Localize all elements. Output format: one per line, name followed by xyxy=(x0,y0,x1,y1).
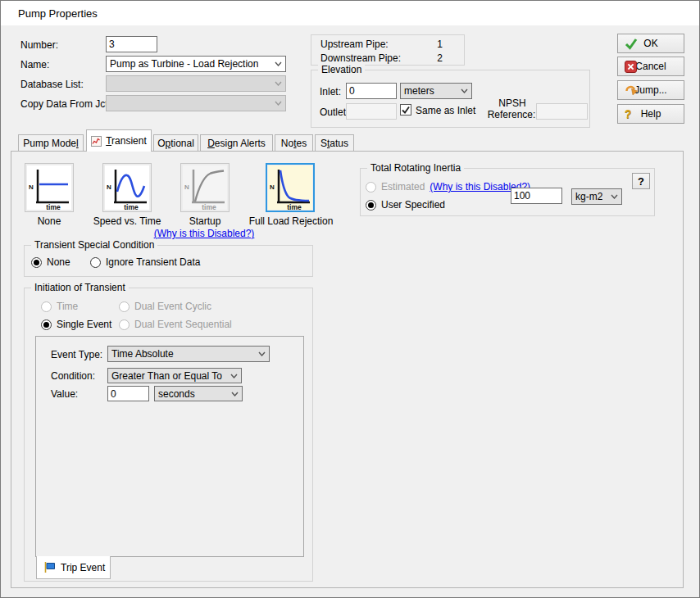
flag-icon xyxy=(43,561,56,573)
radio-icon xyxy=(366,182,376,193)
radio-selected-icon xyxy=(31,257,42,268)
downstream-pipe-value: 2 xyxy=(418,52,443,64)
transient-startup-label: Startup xyxy=(164,215,246,227)
cancel-button[interactable]: Cancel xyxy=(617,57,684,76)
title-bar: Pump Properties xyxy=(1,1,699,25)
inertia-value-input[interactable] xyxy=(511,188,562,204)
help-button[interactable]: ? Help xyxy=(617,104,684,124)
inlet-label: Inlet: xyxy=(320,86,341,97)
chevron-down-icon xyxy=(275,81,282,86)
name-combobox[interactable]: Pump as Turbine - Load Rejection xyxy=(106,56,286,72)
transient-special-condition-group: Transient Special Condition None Ignore … xyxy=(24,245,313,277)
total-rotating-inertia-group: Total Rotating Inertia Estimated (Why is… xyxy=(360,168,655,216)
tab-optional[interactable]: Optional xyxy=(153,134,198,151)
copy-data-combobox xyxy=(106,95,286,111)
same-as-inlet-label: Same as Inlet xyxy=(416,105,475,116)
npsh-label-line1: NPSH xyxy=(493,97,531,109)
chevron-down-icon xyxy=(611,194,618,199)
event-value-unit-combobox[interactable]: seconds xyxy=(154,386,243,401)
database-list-label: Database List: xyxy=(20,79,84,90)
checkmark-icon xyxy=(401,105,411,115)
transient-none-button[interactable]: N time xyxy=(25,163,74,212)
trip-event-tab[interactable]: Trip Event xyxy=(36,556,111,579)
radio-special-none[interactable]: None xyxy=(31,256,70,268)
inertia-help-button[interactable]: ? xyxy=(632,173,650,189)
elevation-group: Elevation Inlet: meters Outlet: Same as … xyxy=(311,70,590,128)
svg-text:N: N xyxy=(107,183,111,191)
speed-vs-time-curve-icon: N time xyxy=(105,165,149,210)
chevron-down-icon xyxy=(258,351,266,356)
condition-combobox[interactable]: Greater Than or Equal To xyxy=(107,368,242,383)
ok-button[interactable]: OK xyxy=(617,34,684,53)
upstream-pipe-label: Upstream Pipe: xyxy=(320,39,389,50)
cancel-x-icon xyxy=(625,61,637,73)
value-label: Value: xyxy=(51,388,78,400)
radio-icon xyxy=(119,319,130,330)
upstream-pipe-value: 1 xyxy=(418,39,443,50)
full-load-rejection-curve-icon: N time xyxy=(268,165,312,210)
radio-icon xyxy=(41,301,52,312)
event-value-input[interactable] xyxy=(107,386,149,401)
downstream-pipe-label: Downstream Pipe: xyxy=(320,52,401,64)
outlet-label: Outlet: xyxy=(320,106,348,118)
pipe-info-box: Upstream Pipe: 1 Downstream Pipe: 2 xyxy=(311,34,465,66)
special-condition-group-title: Transient Special Condition xyxy=(31,239,157,251)
inlet-unit-combobox[interactable]: meters xyxy=(400,83,472,99)
radio-icon xyxy=(119,301,130,312)
database-list-combobox xyxy=(106,75,286,92)
startup-disabled-link[interactable]: (Why is this Disabled?) xyxy=(143,228,266,239)
tab-notes[interactable]: Notes xyxy=(275,134,313,151)
event-type-label: Event Type: xyxy=(51,349,102,360)
radio-time: Time xyxy=(41,301,78,312)
same-as-inlet-checkbox[interactable] xyxy=(400,104,411,116)
name-label: Name: xyxy=(20,59,49,70)
transient-full-load-rejection-button[interactable]: N time xyxy=(266,163,315,212)
svg-text:N: N xyxy=(270,183,275,191)
inertia-group-title: Total Rotating Inertia xyxy=(367,162,464,174)
chart-line-icon xyxy=(91,136,102,147)
tab-pump-model[interactable]: Pump Model xyxy=(18,134,84,151)
svg-text:N: N xyxy=(184,183,189,191)
radio-single-event[interactable]: Single Event xyxy=(41,319,111,330)
outlet-elevation-input xyxy=(346,103,397,120)
npsh-reference-input xyxy=(536,103,588,120)
chevron-down-icon xyxy=(461,88,468,93)
inlet-elevation-input[interactable] xyxy=(346,83,397,99)
event-type-combobox[interactable]: Time Absolute xyxy=(107,346,270,362)
chevron-down-icon xyxy=(275,101,282,106)
chevron-down-icon xyxy=(275,61,282,66)
radio-estimated: Estimated (Why is this Disabled?) xyxy=(366,181,530,193)
chevron-down-icon xyxy=(230,374,238,378)
svg-text:time: time xyxy=(287,203,302,211)
inertia-unit-combobox[interactable]: kg-m2 xyxy=(571,188,622,205)
svg-text:time: time xyxy=(46,203,61,211)
transient-speed-label: Speed vs. Time xyxy=(86,215,168,227)
transient-speed-vs-time-button[interactable]: N time xyxy=(102,163,152,212)
jump-button[interactable]: Jump... xyxy=(617,80,684,100)
tab-transient[interactable]: Transient xyxy=(86,129,152,152)
none-curve-icon: N time xyxy=(27,165,71,210)
single-event-panel: Event Type: Time Absolute Condition: Gre… xyxy=(35,336,304,557)
elevation-group-title: Elevation xyxy=(318,64,365,75)
radio-dual-event-sequential: Dual Event Sequential xyxy=(119,319,232,330)
svg-text:time: time xyxy=(124,203,139,211)
transient-none-label: None xyxy=(8,215,90,227)
transient-startup-button: N time xyxy=(180,163,230,212)
initiation-group-title: Initiation of Transient xyxy=(31,282,129,293)
condition-label: Condition: xyxy=(51,370,95,382)
jump-arrow-icon xyxy=(625,84,638,97)
svg-text:time: time xyxy=(202,203,216,211)
copy-data-label: Copy Data From Jct... xyxy=(20,98,116,110)
radio-ignore-transient-data[interactable]: Ignore Transient Data xyxy=(90,256,200,268)
radio-user-specified[interactable]: User Specified xyxy=(366,199,445,211)
number-input[interactable] xyxy=(106,36,157,52)
window-title: Pump Properties xyxy=(18,7,98,20)
radio-icon xyxy=(90,257,101,268)
ok-check-icon xyxy=(625,38,638,50)
tab-status[interactable]: Status xyxy=(315,134,354,151)
radio-selected-icon xyxy=(41,319,52,330)
tab-design-alerts[interactable]: Design Alerts xyxy=(200,134,273,151)
startup-curve-icon: N time xyxy=(183,165,227,210)
chevron-down-icon xyxy=(231,392,239,396)
pump-properties-dialog: Pump Properties Number: Name: Pump as Tu… xyxy=(0,0,700,598)
